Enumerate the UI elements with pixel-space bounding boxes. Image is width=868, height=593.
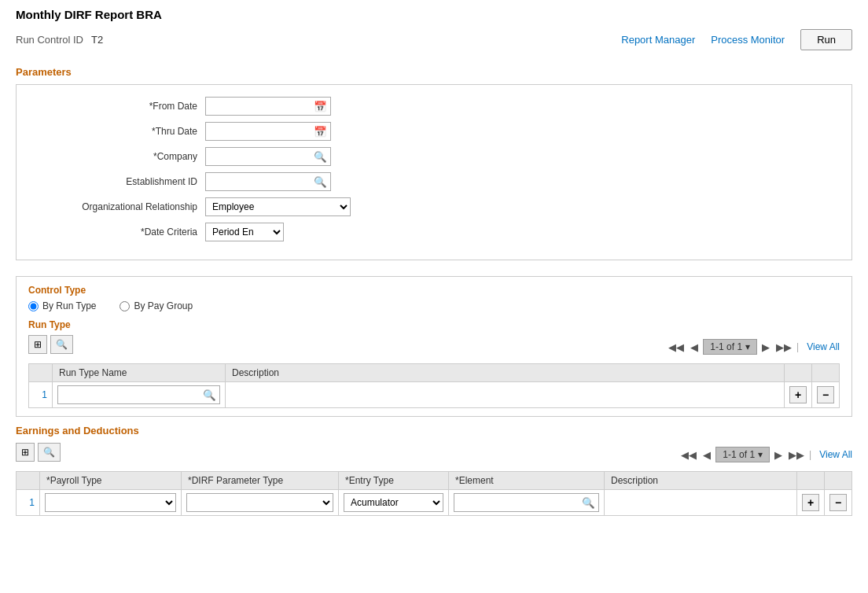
- run-type-view-all-link[interactable]: View All: [807, 341, 840, 352]
- establishment-input-group: 🔍: [205, 172, 331, 191]
- earnings-dirf-type-cell: [182, 490, 339, 516]
- org-relationship-label: Organizational Relationship: [32, 201, 205, 212]
- run-type-last-btn[interactable]: ▶▶: [774, 340, 793, 355]
- search-icon-2: 🔍: [314, 176, 327, 188]
- pipe-1: |: [796, 341, 799, 352]
- by-run-type-radio[interactable]: [28, 301, 39, 311]
- earnings-first-btn[interactable]: ◀◀: [679, 448, 698, 462]
- earnings-col-dirf-type: *DIRF Parameter Type: [182, 472, 339, 490]
- org-relationship-row: Organizational Relationship Employee: [32, 197, 836, 216]
- thru-date-input-group: 📅: [205, 122, 331, 141]
- run-type-next-btn[interactable]: ▶: [760, 340, 771, 355]
- earnings-col-entry-type: *Entry Type: [339, 472, 449, 490]
- company-row: *Company 🔍: [32, 147, 836, 166]
- earnings-table-view-btn[interactable]: ⊞: [16, 443, 35, 462]
- entry-type-select[interactable]: Acumulator: [344, 493, 443, 512]
- earnings-remove-btn[interactable]: −: [829, 494, 847, 511]
- run-type-toolbar: ⊞ 🔍: [28, 335, 73, 354]
- run-type-toolbar-row: ⊞ 🔍 ◀◀ ◀ 1-1 of 1 ▾ ▶ ▶▶ | View All: [28, 335, 840, 359]
- by-pay-group-label: By Pay Group: [134, 300, 193, 311]
- search-icon: 🔍: [314, 151, 327, 163]
- earnings-table-icon: ⊞: [21, 447, 29, 458]
- earnings-col-action2: [825, 472, 852, 490]
- by-pay-group-radio[interactable]: [120, 301, 130, 311]
- earnings-col-action1: [797, 472, 825, 490]
- earnings-pag-dropdown-icon: ▾: [758, 449, 763, 460]
- from-date-label: *From Date: [32, 101, 205, 112]
- run-type-prev-btn[interactable]: ◀: [689, 340, 700, 355]
- thru-date-calendar-btn[interactable]: 📅: [311, 124, 330, 139]
- from-date-calendar-btn[interactable]: 📅: [311, 99, 330, 114]
- earnings-col-element: *Element: [449, 472, 605, 490]
- run-type-first-btn[interactable]: ◀◀: [667, 340, 686, 355]
- establishment-id-row: Establishment ID 🔍: [32, 172, 836, 191]
- run-type-name-search-btn[interactable]: 🔍: [200, 388, 219, 403]
- earnings-element-cell: 🔍: [449, 490, 605, 516]
- element-search-btn[interactable]: 🔍: [579, 495, 598, 510]
- from-date-input[interactable]: [206, 98, 311, 115]
- earnings-search-btn[interactable]: 🔍: [38, 443, 61, 462]
- table-view-icon: ⊞: [34, 339, 42, 350]
- company-label: *Company: [32, 151, 205, 162]
- earnings-prev-btn[interactable]: ◀: [701, 448, 712, 462]
- company-search-btn[interactable]: 🔍: [311, 149, 330, 164]
- earnings-col-payroll-type: *Payroll Type: [40, 472, 182, 490]
- date-criteria-label: *Date Criteria: [32, 227, 205, 238]
- thru-date-input[interactable]: [206, 123, 311, 140]
- earnings-add-btn[interactable]: +: [802, 494, 819, 511]
- earnings-entry-type-cell: Acumulator: [339, 490, 449, 516]
- date-criteria-select[interactable]: Period En: [205, 223, 284, 241]
- earnings-search-icon: 🔍: [43, 447, 55, 458]
- run-type-name-input[interactable]: [58, 386, 200, 403]
- earnings-view-all-link[interactable]: View All: [819, 449, 852, 460]
- run-type-table-row: 1 🔍 + −: [29, 382, 840, 408]
- establishment-search-btn[interactable]: 🔍: [311, 175, 330, 190]
- company-input[interactable]: [206, 148, 311, 165]
- earnings-toolbar: ⊞ 🔍: [16, 443, 61, 462]
- run-type-table-view-btn[interactable]: ⊞: [28, 335, 47, 354]
- from-date-row: *From Date 📅: [32, 97, 836, 116]
- org-relationship-select[interactable]: Employee: [205, 197, 351, 216]
- process-monitor-link[interactable]: Process Monitor: [711, 34, 785, 46]
- earnings-payroll-type-cell: [40, 490, 182, 516]
- by-pay-group-radio-label[interactable]: By Pay Group: [120, 300, 193, 311]
- earnings-page-count: 1-1 of 1 ▾: [715, 447, 770, 462]
- earnings-desc-cell: [605, 490, 797, 516]
- thru-date-row: *Thru Date 📅: [32, 122, 836, 141]
- run-button[interactable]: Run: [800, 29, 852, 50]
- run-type-add-btn[interactable]: +: [789, 386, 807, 403]
- earnings-next-btn[interactable]: ▶: [773, 448, 784, 462]
- run-type-col-desc: Description: [226, 364, 785, 382]
- earnings-toolbar-row: ⊞ 🔍 ◀◀ ◀ 1-1 of 1 ▾ ▶ ▶▶ | View All: [16, 443, 852, 466]
- establishment-id-input[interactable]: [206, 173, 311, 190]
- by-run-type-radio-label[interactable]: By Run Type: [28, 300, 96, 311]
- report-manager-link[interactable]: Report Manager: [621, 34, 695, 46]
- run-type-search-btn[interactable]: 🔍: [50, 335, 73, 354]
- by-run-type-label: By Run Type: [42, 300, 96, 311]
- earnings-last-btn[interactable]: ▶▶: [787, 448, 806, 462]
- run-type-row-num: 1: [29, 382, 53, 408]
- run-type-col-action1: [785, 364, 812, 382]
- run-type-col-name: Run Type Name: [53, 364, 226, 382]
- company-input-group: 🔍: [205, 147, 331, 166]
- run-type-pagination: ◀◀ ◀ 1-1 of 1 ▾ ▶ ▶▶ | View All: [667, 339, 840, 355]
- pipe-2: |: [809, 449, 811, 460]
- earnings-col-num: [17, 472, 40, 490]
- run-control-value: T2: [91, 34, 103, 46]
- run-type-table-header-row: Run Type Name Description: [29, 364, 840, 382]
- dirf-type-select[interactable]: [186, 493, 333, 512]
- page-container: Monthly DIRF Report BRA Run Control ID T…: [0, 0, 868, 524]
- earnings-remove-cell: −: [825, 490, 852, 516]
- element-search-icon: 🔍: [582, 497, 595, 509]
- top-links: Report Manager Process Monitor: [621, 34, 785, 46]
- top-bar: Run Control ID T2 Report Manager Process…: [16, 29, 852, 50]
- payroll-type-select[interactable]: [45, 493, 176, 512]
- run-type-remove-btn[interactable]: −: [817, 386, 834, 403]
- establishment-id-label: Establishment ID: [32, 176, 205, 187]
- run-type-remove-cell: −: [812, 382, 840, 408]
- date-criteria-row: *Date Criteria Period En: [32, 223, 836, 241]
- run-type-header: Run Type: [28, 319, 840, 330]
- control-type-header: Control Type: [28, 285, 840, 296]
- element-input[interactable]: [454, 494, 579, 511]
- thru-date-label: *Thru Date: [32, 126, 205, 137]
